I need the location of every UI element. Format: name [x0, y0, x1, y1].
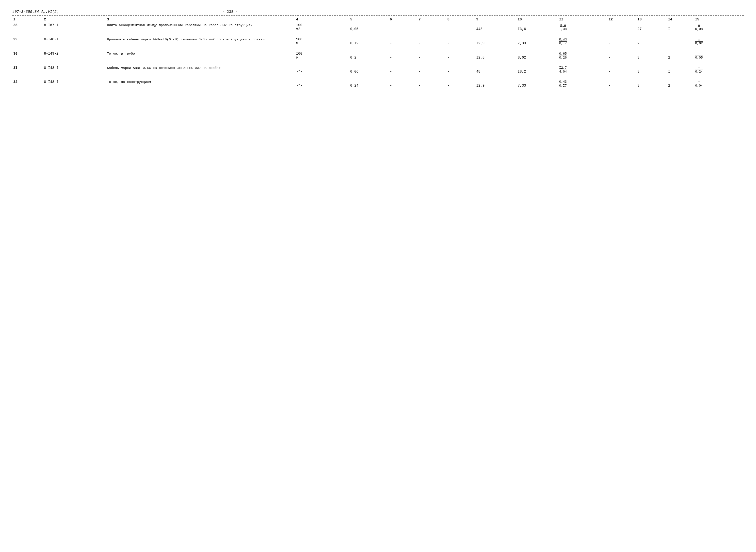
row-col6: -	[389, 65, 418, 75]
row-description: Проложить кабель марки ААШв-I0(6 кВ) сеч…	[106, 36, 295, 46]
row-col15-fraction: =0,04	[694, 79, 744, 89]
row-col10: 8,62	[517, 51, 558, 60]
table-row: 298-I48-IПроложить кабель марки ААШв-I0(…	[12, 36, 744, 46]
row-col15-fraction: =0,02	[694, 36, 744, 46]
row-col6: -	[389, 51, 418, 60]
row-col9: I2,9	[475, 36, 517, 46]
col-header-1: I	[12, 17, 43, 22]
row-code: 8-I48-I	[43, 36, 106, 46]
row-separator	[12, 75, 744, 79]
row-description: То же, в трубе	[106, 51, 295, 60]
col-header-12: I2	[608, 17, 636, 22]
col-header-7: 7	[418, 17, 446, 22]
row-code: 8-I67-I	[43, 22, 106, 32]
row-unit: -"-	[295, 65, 349, 75]
page-header: 407-3-359.84 Ад.VI(2) - 238 -	[12, 10, 744, 14]
col-header-6: 6	[389, 17, 418, 22]
row-col12: -	[608, 65, 636, 75]
row-unit: I00 м	[295, 51, 349, 60]
row-col6: -	[389, 36, 418, 46]
row-col12: -	[608, 79, 636, 89]
row-separator	[12, 32, 744, 36]
row-col7: -	[418, 65, 446, 75]
table-row: 308-I49-2То же, в трубеI00 м0,2---I2,88,…	[12, 51, 744, 60]
row-col12: -	[608, 22, 636, 32]
row-code: 8-I48-I	[43, 65, 106, 75]
row-col8: -	[447, 79, 475, 89]
row-separator	[12, 46, 744, 51]
row-col8: -	[447, 65, 475, 75]
row-col11-fraction: 0,430,I7	[558, 79, 608, 89]
row-separator	[12, 60, 744, 65]
col-header-13: I3	[637, 17, 667, 22]
col-header-5: 5	[349, 17, 389, 22]
row-col7: -	[418, 51, 446, 60]
main-table: I 2 3 4 5 6 7 8 9 I0 II I2 I3 I4 I5 288-…	[12, 17, 744, 89]
doc-reference: 407-3-359.84 Ад.VI(2)	[12, 10, 59, 14]
row-col5: 0,05	[349, 22, 389, 32]
row-col13: 3	[637, 51, 667, 60]
row-col5: 0,2	[349, 51, 389, 60]
col-header-10: I0	[517, 17, 558, 22]
row-col9: I2,9	[475, 79, 517, 89]
table-row: 328-I48-IТо же, по конструкциям-"-0,24--…	[12, 79, 744, 89]
row-col12: -	[608, 36, 636, 46]
col-header-2: 2	[43, 17, 106, 22]
row-unit: 100 м	[295, 36, 349, 46]
row-col9: 48	[475, 65, 517, 75]
row-description: Плита асбоцементная между проложенными к…	[106, 22, 295, 32]
column-header-row: I 2 3 4 5 6 7 8 9 I0 II I2 I3 I4 I5	[12, 17, 744, 22]
row-col10: I3,6	[517, 22, 558, 32]
row-col5: 0,24	[349, 79, 389, 89]
row-number: 30	[12, 51, 43, 60]
row-col14: 2	[667, 79, 694, 89]
row-col10: I8,2	[517, 65, 558, 75]
row-col13: 3	[637, 65, 667, 75]
row-col5: 0,06	[349, 65, 389, 75]
row-col15-fraction: =0,05	[694, 51, 744, 60]
col-header-8: 8	[447, 17, 475, 22]
row-col15-fraction: =0,08	[694, 22, 744, 32]
col-header-3: 3	[106, 17, 295, 22]
row-col14: I	[667, 36, 694, 46]
row-col7: -	[418, 36, 446, 46]
row-col10: 7,33	[517, 79, 558, 89]
row-col6: -	[389, 22, 418, 32]
row-col9: I2,8	[475, 51, 517, 60]
row-col7: -	[418, 79, 446, 89]
row-col8: -	[447, 36, 475, 46]
row-description: То же, по конструкциям	[106, 79, 295, 89]
top-dashed-rule	[12, 15, 744, 16]
row-col11-fraction: 0,430,I7	[558, 36, 608, 46]
col-header-4: 4	[295, 17, 349, 22]
col-header-14: I4	[667, 17, 694, 22]
row-col5: 0,I2	[349, 36, 389, 46]
row-col8: -	[447, 51, 475, 60]
col-header-15: I5	[694, 17, 744, 22]
row-number: 3I	[12, 65, 43, 75]
table-row: 3I8-I48-IКабель марки АВВГ-0,66 кВ сечен…	[12, 65, 744, 75]
page-number: - 238 -	[59, 10, 401, 14]
row-col13: 2	[637, 36, 667, 46]
row-number: 29	[12, 36, 43, 46]
row-col7: -	[418, 22, 446, 32]
row-col12: -	[608, 51, 636, 60]
col-header-11: II	[558, 17, 608, 22]
table-row: 288-I67-IПлита асбоцементная между проло…	[12, 22, 744, 32]
row-col13: 27	[637, 22, 667, 32]
row-col6: -	[389, 79, 418, 89]
row-number: 32	[12, 79, 43, 89]
row-col11-fraction: 0,650,26	[558, 51, 608, 60]
row-unit: -"-	[295, 79, 349, 89]
row-col15-fraction: =0,24	[694, 65, 744, 75]
row-col9: 448	[475, 22, 517, 32]
row-number: 28	[12, 22, 43, 32]
row-col14: I	[667, 65, 694, 75]
row-col10: 7,33	[517, 36, 558, 46]
row-code: 8-I49-2	[43, 51, 106, 60]
row-col13: 3	[637, 79, 667, 89]
row-col11-fraction: 3,4I,38	[558, 22, 608, 32]
row-description: Кабель марки АВВГ-0,66 кВ сечением 3хI0+…	[106, 65, 295, 75]
row-unit: 100 №2	[295, 22, 349, 32]
row-col14: 2	[667, 51, 694, 60]
